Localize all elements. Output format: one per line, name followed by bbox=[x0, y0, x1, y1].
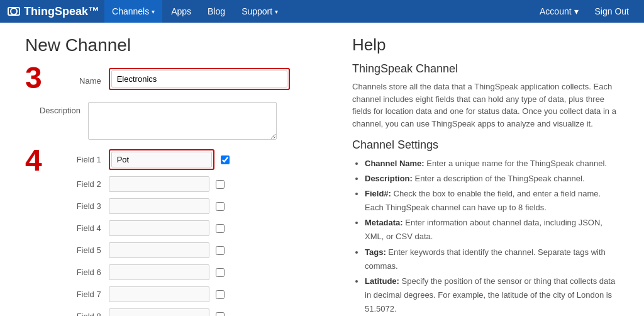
field-checkbox-1[interactable] bbox=[221, 155, 230, 164]
field-label-6: Field 6 bbox=[46, 268, 109, 277]
help-list-item: Field#: Check the box to enable the fiel… bbox=[365, 187, 619, 215]
nav-item-blog[interactable]: Blog bbox=[200, 0, 233, 23]
field-input-8[interactable] bbox=[109, 308, 209, 316]
field-row-7: Field 7 bbox=[46, 286, 230, 302]
support-caret: ▾ bbox=[275, 8, 278, 15]
field-row-8: Field 8 bbox=[46, 308, 230, 316]
field-row-6: Field 6 bbox=[46, 264, 230, 280]
name-input-wrap bbox=[109, 68, 290, 90]
top-navigation: ThingSpeak™ Channels ▾ Apps Blog Support… bbox=[0, 0, 644, 23]
help-list-item: Tags: Enter keywords that identify the c… bbox=[365, 245, 619, 273]
name-highlighted-border bbox=[109, 68, 290, 90]
help-list-item: Latitude: Specify the position of the se… bbox=[365, 274, 619, 316]
left-panel: New Channel 3 Name Description bbox=[25, 35, 327, 316]
channels-caret: ▾ bbox=[152, 8, 155, 15]
description-label: Description bbox=[25, 102, 88, 115]
channel-description: Channels store all the data that a Thing… bbox=[352, 81, 619, 130]
nav-links: Channels ▾ Apps Blog Support ▾ bbox=[104, 0, 532, 23]
field-label-8: Field 8 bbox=[46, 312, 109, 316]
brand-logo[interactable]: ThingSpeak™ bbox=[8, 5, 99, 18]
help-list-item: Metadata: Enter information about channe… bbox=[365, 216, 619, 244]
field-label-7: Field 7 bbox=[46, 290, 109, 299]
field-label-1: Field 1 bbox=[46, 155, 109, 164]
field-checkbox-3[interactable] bbox=[216, 202, 225, 211]
help-list-item: Channel Name: Enter a unique name for th… bbox=[365, 157, 619, 171]
field-input-wrap-1 bbox=[109, 149, 214, 170]
field-checkbox-2[interactable] bbox=[216, 180, 225, 189]
field-row-5: Field 5 bbox=[46, 242, 230, 258]
field-input-1[interactable] bbox=[111, 152, 212, 167]
channel-section-title: ThingSpeak Channel bbox=[352, 62, 619, 76]
field-input-wrap-3 bbox=[109, 198, 209, 214]
field-input-4[interactable] bbox=[109, 220, 209, 236]
page-title: New Channel bbox=[25, 35, 327, 55]
field-label-2: Field 2 bbox=[46, 179, 109, 189]
main-container: New Channel 3 Name Description bbox=[0, 23, 644, 316]
description-wrap bbox=[88, 102, 327, 142]
nav-item-channels[interactable]: Channels ▾ bbox=[104, 0, 162, 23]
field-label-5: Field 5 bbox=[46, 245, 109, 255]
field-input-wrap-6 bbox=[109, 264, 209, 280]
brand-name: ThingSpeak™ bbox=[24, 5, 99, 18]
field-input-outer-2 bbox=[109, 176, 225, 192]
field-row-1: Field 1 bbox=[46, 149, 230, 170]
field-input-2[interactable] bbox=[109, 176, 209, 192]
field-label-3: Field 3 bbox=[46, 201, 109, 211]
step-3-marker: 3 bbox=[25, 63, 42, 93]
fields-container: Field 1Field 2Field 3Field 4Field 5Field… bbox=[46, 149, 230, 316]
help-title: Help bbox=[352, 35, 619, 55]
field-input-3[interactable] bbox=[109, 198, 209, 214]
step-4-marker: 4 bbox=[25, 145, 42, 176]
field-input-wrap-2 bbox=[109, 176, 209, 192]
field-input-wrap-7 bbox=[109, 286, 209, 302]
field-checkbox-4[interactable] bbox=[216, 224, 225, 233]
field-input-outer-8 bbox=[109, 308, 225, 316]
description-row: Description bbox=[25, 102, 327, 142]
nav-account[interactable]: Account ▾ bbox=[532, 0, 586, 23]
brand-icon bbox=[8, 7, 20, 16]
field-input-outer-1 bbox=[109, 149, 230, 170]
field-checkbox-7[interactable] bbox=[216, 290, 225, 299]
settings-section-title: Channel Settings bbox=[352, 138, 619, 152]
right-panel: Help ThingSpeak Channel Channels store a… bbox=[352, 35, 619, 316]
field-row-3: Field 3 bbox=[46, 198, 230, 214]
field-input-outer-6 bbox=[109, 264, 225, 280]
nav-item-support[interactable]: Support ▾ bbox=[234, 0, 286, 23]
help-list-item: Description: Enter a description of the … bbox=[365, 172, 619, 186]
name-label: Name bbox=[46, 72, 109, 86]
field-input-wrap-5 bbox=[109, 242, 209, 258]
field-label-4: Field 4 bbox=[46, 223, 109, 233]
settings-list: Channel Name: Enter a unique name for th… bbox=[352, 157, 619, 316]
field-input-outer-5 bbox=[109, 242, 225, 258]
name-input[interactable] bbox=[111, 71, 287, 87]
description-input[interactable] bbox=[88, 102, 277, 140]
field-input-outer-3 bbox=[109, 198, 225, 214]
field-input-wrap-8 bbox=[109, 308, 209, 316]
field-input-6[interactable] bbox=[109, 264, 209, 280]
field-input-outer-7 bbox=[109, 286, 225, 302]
field-checkbox-5[interactable] bbox=[216, 246, 225, 255]
field-input-5[interactable] bbox=[109, 242, 209, 258]
field-checkbox-8[interactable] bbox=[216, 312, 225, 317]
field-checkbox-6[interactable] bbox=[216, 268, 225, 277]
field-input-outer-4 bbox=[109, 220, 225, 236]
nav-item-apps[interactable]: Apps bbox=[164, 0, 199, 23]
nav-signout[interactable]: Sign Out bbox=[587, 0, 636, 23]
field-row-2: Field 2 bbox=[46, 176, 230, 192]
field-row-4: Field 4 bbox=[46, 220, 230, 236]
nav-right: Account ▾ Sign Out bbox=[532, 0, 636, 23]
field-input-wrap-4 bbox=[109, 220, 209, 236]
field-input-7[interactable] bbox=[109, 286, 209, 302]
